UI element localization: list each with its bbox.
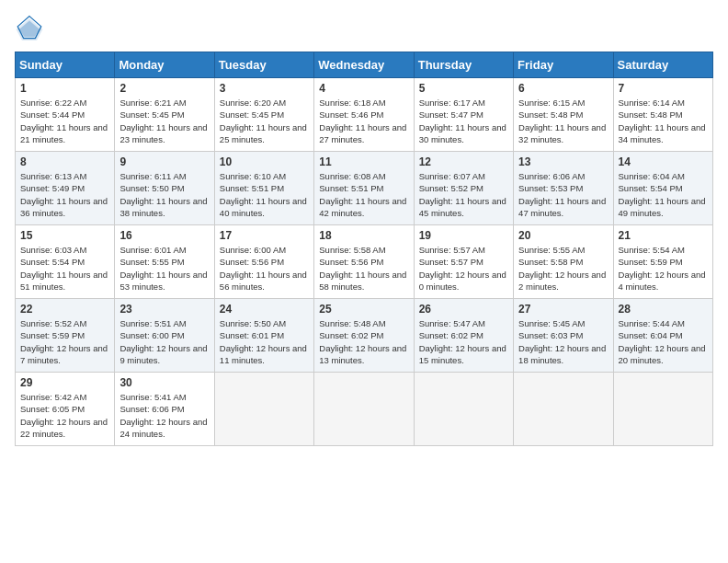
day-number: 14: [619, 155, 708, 168]
day-number: 30: [119, 376, 209, 389]
day-info: Sunrise: 6:03 AMSunset: 5:54 PMDaylight:…: [20, 244, 109, 293]
calendar-day-cell: 19 Sunrise: 5:57 AMSunset: 5:57 PMDaylig…: [414, 225, 513, 299]
calendar-day-cell: [214, 373, 313, 446]
day-number: 9: [119, 155, 209, 168]
day-number: 13: [518, 155, 608, 168]
day-number: 8: [20, 155, 109, 168]
day-info: Sunrise: 5:57 AMSunset: 5:57 PMDaylight:…: [419, 244, 508, 293]
day-number: 25: [319, 303, 408, 316]
day-number: 12: [419, 155, 508, 168]
calendar-day-cell: 8 Sunrise: 6:13 AMSunset: 5:49 PMDayligh…: [16, 152, 115, 225]
day-info: Sunrise: 5:42 AMSunset: 6:05 PMDaylight:…: [20, 391, 109, 440]
day-info: Sunrise: 5:51 AMSunset: 6:00 PMDaylight:…: [119, 317, 209, 366]
day-info: Sunrise: 6:18 AMSunset: 5:46 PMDaylight:…: [319, 97, 408, 145]
calendar-day-cell: 12 Sunrise: 6:07 AMSunset: 5:52 PMDaylig…: [414, 152, 513, 225]
day-of-week-header: Saturday: [613, 52, 712, 78]
day-number: 3: [220, 82, 309, 95]
day-number: 17: [220, 229, 309, 242]
day-info: Sunrise: 6:13 AMSunset: 5:49 PMDaylight:…: [20, 170, 109, 219]
day-of-week-header: Friday: [514, 52, 613, 78]
calendar-day-cell: 25 Sunrise: 5:48 AMSunset: 6:02 PMDaylig…: [314, 299, 414, 373]
calendar-day-cell: 7 Sunrise: 6:14 AMSunset: 5:48 PMDayligh…: [613, 78, 712, 152]
day-of-week-header: Wednesday: [314, 52, 414, 78]
day-number: 24: [220, 303, 309, 316]
calendar-day-cell: 14 Sunrise: 6:04 AMSunset: 5:54 PMDaylig…: [613, 152, 712, 225]
day-info: Sunrise: 5:47 AMSunset: 6:02 PMDaylight:…: [419, 317, 508, 366]
calendar-day-cell: 20 Sunrise: 5:55 AMSunset: 5:58 PMDaylig…: [514, 225, 613, 299]
day-of-week-header: Sunday: [16, 52, 115, 78]
day-of-week-header: Monday: [115, 52, 214, 78]
calendar-day-cell: [613, 373, 712, 446]
day-info: Sunrise: 6:08 AMSunset: 5:51 PMDaylight:…: [319, 170, 408, 219]
day-info: Sunrise: 6:10 AMSunset: 5:51 PMDaylight:…: [220, 170, 309, 219]
calendar-day-cell: 28 Sunrise: 5:44 AMSunset: 6:04 PMDaylig…: [613, 299, 712, 373]
day-info: Sunrise: 5:52 AMSunset: 5:59 PMDaylight:…: [20, 317, 109, 366]
day-info: Sunrise: 6:15 AMSunset: 5:48 PMDaylight:…: [518, 97, 608, 145]
day-info: Sunrise: 6:22 AMSunset: 5:44 PMDaylight:…: [20, 97, 109, 145]
calendar-day-cell: 24 Sunrise: 5:50 AMSunset: 6:01 PMDaylig…: [214, 299, 313, 373]
day-number: 2: [119, 82, 209, 95]
day-info: Sunrise: 6:01 AMSunset: 5:55 PMDaylight:…: [119, 244, 209, 293]
logo-icon: [15, 15, 44, 44]
day-info: Sunrise: 5:44 AMSunset: 6:04 PMDaylight:…: [619, 317, 708, 366]
day-number: 5: [419, 82, 508, 95]
calendar-week-row: 15 Sunrise: 6:03 AMSunset: 5:54 PMDaylig…: [16, 225, 713, 299]
calendar-day-cell: 30 Sunrise: 5:41 AMSunset: 6:06 PMDaylig…: [115, 373, 214, 446]
calendar-day-cell: 16 Sunrise: 6:01 AMSunset: 5:55 PMDaylig…: [115, 225, 214, 299]
calendar-day-cell: 21 Sunrise: 5:54 AMSunset: 5:59 PMDaylig…: [613, 225, 712, 299]
day-info: Sunrise: 6:11 AMSunset: 5:50 PMDaylight:…: [119, 170, 209, 219]
day-number: 26: [419, 303, 508, 316]
day-number: 7: [619, 82, 708, 95]
calendar-day-cell: 3 Sunrise: 6:20 AMSunset: 5:45 PMDayligh…: [214, 78, 313, 152]
calendar-table: SundayMondayTuesdayWednesdayThursdayFrid…: [15, 52, 713, 446]
day-info: Sunrise: 5:54 AMSunset: 5:59 PMDaylight:…: [619, 244, 708, 293]
day-number: 1: [20, 82, 109, 95]
day-number: 20: [518, 229, 608, 242]
logo: [15, 15, 48, 44]
day-info: Sunrise: 5:50 AMSunset: 6:01 PMDaylight:…: [220, 317, 309, 366]
calendar-day-cell: 9 Sunrise: 6:11 AMSunset: 5:50 PMDayligh…: [115, 152, 214, 225]
day-number: 21: [619, 229, 708, 242]
calendar-day-cell: 10 Sunrise: 6:10 AMSunset: 5:51 PMDaylig…: [214, 152, 313, 225]
day-info: Sunrise: 5:48 AMSunset: 6:02 PMDaylight:…: [319, 317, 408, 366]
calendar-day-cell: 17 Sunrise: 6:00 AMSunset: 5:56 PMDaylig…: [214, 225, 313, 299]
day-number: 10: [220, 155, 309, 168]
day-number: 18: [319, 229, 408, 242]
day-info: Sunrise: 5:55 AMSunset: 5:58 PMDaylight:…: [518, 244, 608, 293]
day-number: 15: [20, 229, 109, 242]
day-info: Sunrise: 6:07 AMSunset: 5:52 PMDaylight:…: [419, 170, 508, 219]
calendar-day-cell: 1 Sunrise: 6:22 AMSunset: 5:44 PMDayligh…: [16, 78, 115, 152]
day-info: Sunrise: 6:00 AMSunset: 5:56 PMDaylight:…: [220, 244, 309, 293]
calendar-day-cell: 29 Sunrise: 5:42 AMSunset: 6:05 PMDaylig…: [16, 373, 115, 446]
day-number: 19: [419, 229, 508, 242]
calendar-day-cell: 5 Sunrise: 6:17 AMSunset: 5:47 PMDayligh…: [414, 78, 513, 152]
calendar-day-cell: 27 Sunrise: 5:45 AMSunset: 6:03 PMDaylig…: [514, 299, 613, 373]
day-info: Sunrise: 6:17 AMSunset: 5:47 PMDaylight:…: [419, 97, 508, 145]
calendar-day-cell: [514, 373, 613, 446]
day-number: 22: [20, 303, 109, 316]
day-info: Sunrise: 6:04 AMSunset: 5:54 PMDaylight:…: [619, 170, 708, 219]
day-number: 29: [20, 376, 109, 389]
calendar-week-row: 8 Sunrise: 6:13 AMSunset: 5:49 PMDayligh…: [16, 152, 713, 225]
day-info: Sunrise: 6:14 AMSunset: 5:48 PMDaylight:…: [619, 97, 708, 145]
day-info: Sunrise: 6:06 AMSunset: 5:53 PMDaylight:…: [518, 170, 608, 219]
calendar-day-cell: 13 Sunrise: 6:06 AMSunset: 5:53 PMDaylig…: [514, 152, 613, 225]
day-number: 28: [619, 303, 708, 316]
calendar-day-cell: 23 Sunrise: 5:51 AMSunset: 6:00 PMDaylig…: [115, 299, 214, 373]
day-number: 6: [518, 82, 608, 95]
day-info: Sunrise: 6:21 AMSunset: 5:45 PMDaylight:…: [119, 97, 209, 145]
day-of-week-header: Thursday: [414, 52, 513, 78]
day-number: 23: [119, 303, 209, 316]
calendar-week-row: 22 Sunrise: 5:52 AMSunset: 5:59 PMDaylig…: [16, 299, 713, 373]
calendar-day-cell: 6 Sunrise: 6:15 AMSunset: 5:48 PMDayligh…: [514, 78, 613, 152]
day-of-week-header: Tuesday: [214, 52, 313, 78]
day-number: 16: [119, 229, 209, 242]
calendar-header-row: SundayMondayTuesdayWednesdayThursdayFrid…: [16, 52, 713, 78]
page-header: [15, 15, 713, 44]
calendar-day-cell: 18 Sunrise: 5:58 AMSunset: 5:56 PMDaylig…: [314, 225, 414, 299]
calendar-day-cell: 4 Sunrise: 6:18 AMSunset: 5:46 PMDayligh…: [314, 78, 414, 152]
day-number: 11: [319, 155, 408, 168]
day-info: Sunrise: 5:45 AMSunset: 6:03 PMDaylight:…: [518, 317, 608, 366]
calendar-day-cell: 26 Sunrise: 5:47 AMSunset: 6:02 PMDaylig…: [414, 299, 513, 373]
calendar-day-cell: 22 Sunrise: 5:52 AMSunset: 5:59 PMDaylig…: [16, 299, 115, 373]
